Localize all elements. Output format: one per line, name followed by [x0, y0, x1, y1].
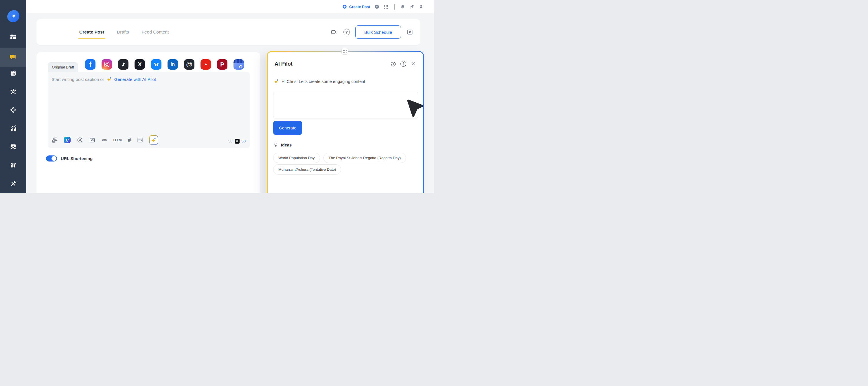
sidebar [0, 0, 26, 193]
content-template-icon[interactable] [137, 137, 143, 143]
google-business-icon[interactable]: G [234, 59, 244, 70]
sidebar-item-analytics[interactable] [0, 121, 26, 136]
x-glyph: X [138, 61, 142, 68]
panel-drag-handle[interactable] [341, 48, 348, 55]
post-tabs: Create Post Drafts Feed Content [79, 19, 169, 45]
google-business-awning [234, 59, 244, 63]
idea-pill[interactable]: World Population Day [273, 153, 320, 163]
ideas-label: Ideas [281, 143, 292, 147]
pinterest-icon[interactable]: P [217, 59, 227, 70]
original-draft-tab[interactable]: Original Draft [48, 62, 78, 72]
ai-greeting-text: Hi Chris! Let’s create some engaging con… [281, 79, 365, 84]
instagram-camera-glyph [103, 61, 110, 68]
hashtag-button[interactable]: # [128, 137, 131, 143]
ai-sparkle-icon [106, 77, 112, 82]
video-camera-icon[interactable] [331, 29, 338, 36]
url-shortening-toggle[interactable] [46, 155, 57, 162]
idea-pill[interactable]: The Royal St John's Regatta (Regatta Day… [323, 153, 406, 163]
plus-circle-icon [342, 4, 347, 9]
emoji-icon[interactable] [77, 137, 83, 143]
network-selector: f X in @ P G [85, 59, 244, 70]
image-search-icon[interactable] [89, 137, 95, 143]
url-shortening-label: URL Shortening [61, 156, 93, 161]
dashboard-icon [10, 34, 17, 40]
ai-greeting: Hi Chris! Let’s create some engaging con… [273, 79, 365, 84]
inbox-download-icon [10, 143, 17, 150]
ai-sparkle-icon [151, 137, 157, 143]
x-twitter-icon[interactable]: X [134, 59, 145, 70]
toggle-knob [52, 156, 56, 161]
utm-button[interactable]: UTM [114, 138, 122, 142]
top-bar: Create Post [26, 0, 434, 13]
idea-pill[interactable]: Muharram/Ashura (Tentative Date) [273, 165, 341, 175]
sidebar-item-library[interactable] [0, 157, 26, 173]
tab-feed-content[interactable]: Feed Content [141, 27, 169, 37]
media-upload-icon[interactable] [52, 137, 58, 143]
sidebar-item-workflow[interactable] [0, 102, 26, 117]
tab-drafts[interactable]: Drafts [116, 27, 129, 37]
generate-with-ai-pilot-link[interactable]: Generate with AI Pilot [114, 77, 156, 82]
threads-icon[interactable]: @ [184, 59, 194, 70]
diamond-nodes-icon [10, 107, 17, 113]
sidebar-item-inbox[interactable] [0, 139, 26, 154]
code-snippet-icon[interactable]: </> [101, 138, 107, 142]
bluesky-icon[interactable] [151, 59, 161, 70]
close-icon[interactable] [410, 61, 416, 67]
notifications-bell-icon[interactable] [400, 4, 405, 9]
facebook-glyph: f [89, 60, 91, 68]
tools-icon [10, 180, 17, 187]
character-counter: 50 X 50 [228, 139, 246, 144]
tiktok-icon[interactable] [118, 59, 128, 70]
video-tutorial-icon[interactable] [374, 4, 379, 9]
instagram-icon[interactable] [101, 59, 112, 70]
whats-new-rocket-icon[interactable] [409, 4, 414, 9]
char-count-total: 50 [228, 139, 232, 143]
import-collapse-icon[interactable] [406, 29, 413, 36]
topbar-create-post-label: Create Post [349, 5, 370, 9]
ai-sparkle-icon [273, 79, 279, 84]
header-help-icon[interactable]: ? [343, 29, 350, 35]
history-icon[interactable] [390, 61, 396, 67]
ai-prompt-input[interactable] [273, 92, 418, 118]
network-hub-icon [10, 88, 17, 95]
threads-glyph: @ [186, 61, 192, 68]
apps-grid-icon[interactable] [384, 4, 389, 9]
x-network-badge: X [235, 139, 240, 144]
create-post-chat-icon [9, 54, 17, 61]
post-header-card: Create Post Drafts Feed Content ? Bulk S… [36, 19, 421, 45]
ai-pilot-title: AI Pilot [275, 61, 292, 67]
linkedin-icon[interactable]: in [167, 59, 178, 70]
tiktok-note-glyph [120, 62, 126, 67]
sidebar-item-posts-active[interactable] [0, 48, 26, 67]
youtube-play-glyph [203, 62, 209, 67]
lightbulb-icon [273, 142, 279, 148]
ai-assistant-button[interactable] [149, 135, 158, 145]
bluesky-butterfly-glyph [153, 62, 159, 68]
generate-button[interactable]: Generate [273, 121, 302, 135]
topbar-divider [394, 4, 395, 10]
url-shortening-row: URL Shortening [46, 155, 93, 162]
caption-placeholder: Start writing post caption or Generate w… [52, 77, 156, 82]
placeholder-text: Start writing post caption or [52, 77, 104, 82]
sidebar-logo[interactable] [0, 9, 26, 24]
bulk-schedule-button[interactable]: Bulk Schedule [355, 26, 401, 39]
sidebar-item-tools[interactable] [0, 176, 26, 191]
calendar-icon [10, 70, 17, 77]
linkedin-glyph: in [170, 62, 175, 67]
canva-icon[interactable]: C [64, 137, 71, 143]
sidebar-item-calendar[interactable] [0, 66, 26, 81]
account-person-icon[interactable] [418, 4, 424, 9]
sidebar-item-connect[interactable] [0, 84, 26, 99]
ai-pilot-help-icon[interactable]: ? [400, 61, 406, 67]
pinterest-glyph: P [220, 61, 224, 68]
youtube-icon[interactable] [200, 59, 211, 70]
facebook-icon[interactable]: f [85, 59, 95, 70]
app-window: Create Post [0, 0, 434, 193]
tab-create-post[interactable]: Create Post [79, 27, 105, 37]
canva-glyph: C [66, 138, 69, 142]
analytics-chart-icon [10, 125, 17, 132]
sidebar-item-dashboard[interactable] [0, 29, 26, 44]
caption-editor[interactable]: Start writing post caption or Generate w… [48, 72, 250, 148]
topbar-create-post-link[interactable]: Create Post [342, 4, 370, 9]
ideas-header: Ideas [273, 142, 292, 148]
